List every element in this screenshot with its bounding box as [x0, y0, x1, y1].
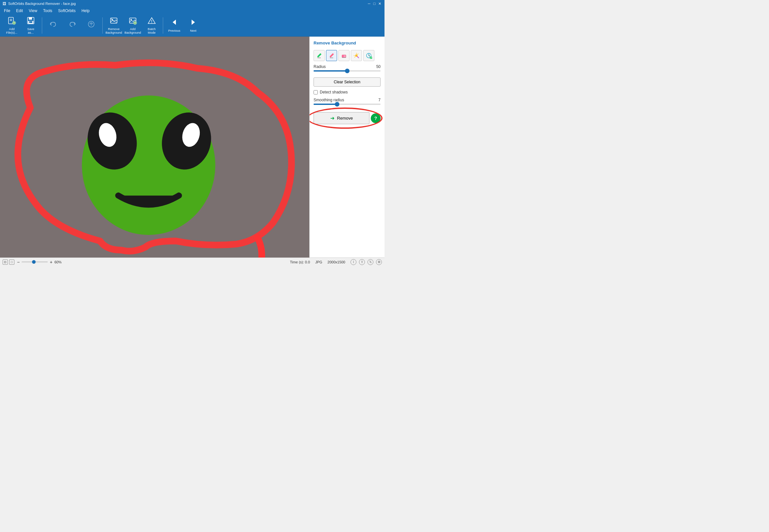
share-icon-button[interactable]: ⇪ — [359, 259, 365, 265]
status-left: ⊡ □ − + 60% — [3, 259, 61, 265]
toolbar-sep-3 — [163, 17, 163, 34]
zoom-value: 60% — [54, 260, 61, 264]
add-background-icon — [128, 16, 137, 26]
menu-tools[interactable]: Tools — [41, 8, 55, 14]
close-button[interactable]: ✕ — [377, 1, 382, 6]
zoom-minus[interactable]: − — [17, 259, 20, 265]
save-icon — [26, 16, 35, 26]
svg-rect-33 — [342, 55, 343, 58]
batch-mode-button[interactable]: BatchMode — [142, 16, 161, 35]
auto-process-button[interactable] — [363, 50, 374, 61]
radius-value: 50 — [376, 64, 380, 69]
right-panel: Remove Background — [309, 37, 384, 258]
menu-softorbits[interactable]: SoftOrbits — [56, 8, 78, 14]
previous-icon — [170, 18, 178, 28]
toolbar-sep-1 — [42, 17, 42, 34]
svg-point-13 — [111, 19, 113, 20]
svg-rect-7 — [29, 17, 32, 20]
tool-icons-row — [313, 50, 380, 61]
dimensions-display: 2000x1500 — [327, 260, 345, 264]
detect-shadows-label: Detect shadows — [320, 90, 347, 94]
radius-track-fill — [313, 70, 347, 72]
svg-point-15 — [130, 19, 132, 20]
radius-slider[interactable] — [313, 70, 380, 72]
remove-row: ➜ Remove ? — [313, 112, 380, 124]
menu-edit[interactable]: Edit — [13, 8, 25, 14]
auto-button[interactable] — [82, 16, 100, 35]
add-files-button[interactable]: AddFile(s)... — [3, 16, 21, 35]
next-label: Next — [190, 29, 196, 32]
svg-point-38 — [370, 57, 372, 59]
maximize-button[interactable]: □ — [372, 1, 376, 6]
settings-icon-button[interactable]: ⚙ — [376, 259, 382, 265]
radius-thumb[interactable] — [345, 69, 349, 73]
toolbar-sep-2 — [102, 17, 103, 34]
save-as-button[interactable]: Saveas... — [22, 16, 40, 35]
help-button[interactable]: ? — [371, 113, 380, 123]
smoothing-row: Smoothing radius 7 — [313, 98, 380, 102]
twitter-icon-button[interactable]: 𝕏 — [367, 259, 373, 265]
smoothing-value: 7 — [378, 98, 380, 102]
format-display: JPG — [315, 260, 322, 264]
remove-brush-button[interactable] — [326, 50, 337, 61]
eraser-button[interactable] — [338, 50, 349, 61]
remove-arrow-icon: ➜ — [330, 115, 334, 121]
add-background-label: AddBackground — [125, 27, 141, 35]
image-canvas — [0, 37, 309, 258]
remove-label: Remove — [337, 116, 353, 121]
batch-icon — [147, 16, 156, 26]
panel-title: Remove Background — [313, 41, 380, 45]
radius-section: Radius 50 — [313, 64, 380, 74]
svg-marker-22 — [173, 20, 176, 25]
redo-icon — [68, 20, 76, 30]
menu-help[interactable]: Help — [79, 8, 92, 14]
clear-selection-button[interactable]: Clear Selection — [313, 77, 380, 87]
actual-size-button[interactable]: □ — [9, 259, 14, 265]
remove-background-label: RemoveBackground — [106, 27, 122, 35]
radius-slider-container — [313, 70, 380, 72]
detect-shadows-checkbox[interactable] — [313, 90, 318, 94]
remove-button[interactable]: ➜ Remove — [313, 112, 369, 124]
keep-brush-button[interactable] — [313, 50, 325, 61]
app-icon: 🖼 — [3, 2, 6, 6]
smoothing-slider-container — [313, 104, 380, 105]
detect-shadows-row: Detect shadows — [313, 90, 380, 94]
add-files-label: AddFile(s)... — [6, 27, 17, 35]
undo-button[interactable] — [44, 16, 62, 35]
previous-label: Previous — [168, 29, 180, 32]
canvas-area[interactable] — [0, 37, 309, 258]
redo-button[interactable] — [63, 16, 81, 35]
toolbar: AddFile(s)... Saveas... — [0, 14, 384, 37]
svg-point-21 — [151, 22, 152, 23]
previous-button[interactable]: Previous — [165, 16, 183, 35]
view-controls: ⊡ □ — [3, 259, 14, 265]
remove-button-wrapper: ➜ Remove — [313, 112, 369, 124]
menu-file[interactable]: File — [1, 8, 13, 14]
main-layout: Remove Background — [0, 37, 384, 258]
time-display: Time (s): 0.0 — [290, 260, 310, 264]
next-button[interactable]: Next — [184, 16, 202, 35]
remove-background-icon — [109, 16, 118, 26]
fit-view-button[interactable]: ⊡ — [3, 259, 8, 265]
radius-label: Radius — [313, 64, 326, 69]
info-icon-button[interactable]: i — [350, 259, 356, 265]
zoom-slider[interactable] — [22, 261, 48, 262]
undo-icon — [49, 20, 58, 30]
remove-background-button[interactable]: RemoveBackground — [105, 16, 123, 35]
minimize-button[interactable]: ─ — [367, 1, 371, 6]
window-title: SoftOrbits Background Remover - face.jpg — [8, 2, 76, 6]
info-icons: i ⇪ 𝕏 ⚙ — [350, 259, 382, 265]
batch-label: BatchMode — [148, 27, 156, 35]
add-background-button[interactable]: AddBackground — [124, 16, 142, 35]
menu-view[interactable]: View — [26, 8, 40, 14]
smoothing-slider[interactable] — [313, 104, 380, 105]
smoothing-thumb[interactable] — [335, 102, 339, 107]
svg-marker-23 — [192, 20, 195, 25]
next-icon — [189, 18, 197, 28]
magic-wand-button[interactable] — [351, 50, 362, 61]
smoothing-track-fill — [313, 104, 337, 105]
zoom-plus[interactable]: + — [50, 259, 52, 265]
zoom-thumb[interactable] — [32, 260, 36, 264]
auto-icon — [87, 20, 95, 30]
title-bar: 🖼 SoftOrbits Background Remover - face.j… — [0, 0, 384, 7]
